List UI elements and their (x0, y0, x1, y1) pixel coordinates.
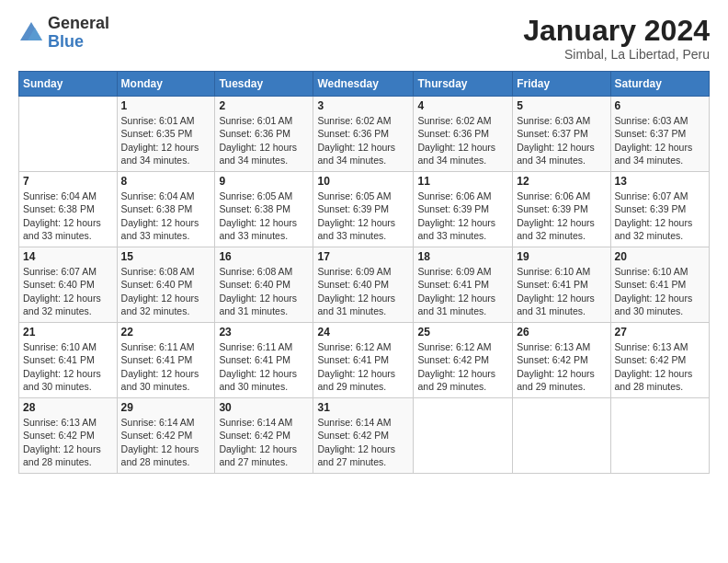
cell-detail: Sunrise: 6:13 AM Sunset: 6:42 PM Dayligh… (517, 340, 606, 393)
day-number: 17 (317, 250, 409, 263)
day-number: 29 (121, 401, 211, 414)
logo-blue: Blue (48, 33, 109, 52)
cell-detail: Sunrise: 6:13 AM Sunset: 6:42 PM Dayligh… (615, 340, 705, 393)
list-item: 8Sunrise: 6:04 AM Sunset: 6:38 PM Daylig… (117, 172, 215, 247)
list-item: 19Sunrise: 6:10 AM Sunset: 6:41 PM Dayli… (513, 247, 610, 323)
list-item: 22Sunrise: 6:11 AM Sunset: 6:41 PM Dayli… (117, 323, 215, 398)
list-item (610, 398, 709, 474)
day-number: 23 (219, 326, 309, 339)
cell-detail: Sunrise: 6:14 AM Sunset: 6:42 PM Dayligh… (219, 416, 309, 468)
day-number: 28 (23, 401, 113, 414)
day-number: 15 (121, 250, 211, 263)
day-number: 18 (417, 250, 508, 263)
cell-detail: Sunrise: 6:12 AM Sunset: 6:42 PM Dayligh… (417, 340, 508, 393)
header-row: Sunday Monday Tuesday Wednesday Thursday… (19, 72, 710, 97)
list-item: 7Sunrise: 6:04 AM Sunset: 6:38 PM Daylig… (19, 172, 118, 247)
list-item: 12Sunrise: 6:06 AM Sunset: 6:39 PM Dayli… (513, 172, 610, 247)
day-number: 4 (417, 99, 508, 112)
cell-detail: Sunrise: 6:03 AM Sunset: 6:37 PM Dayligh… (615, 114, 705, 167)
cell-detail: Sunrise: 6:09 AM Sunset: 6:40 PM Dayligh… (317, 265, 409, 317)
col-wednesday: Wednesday (313, 72, 414, 97)
logo-text: General Blue (48, 15, 109, 52)
col-monday: Monday (117, 72, 215, 97)
list-item: 30Sunrise: 6:14 AM Sunset: 6:42 PM Dayli… (215, 398, 313, 474)
col-friday: Friday (513, 72, 610, 97)
list-item: 17Sunrise: 6:09 AM Sunset: 6:40 PM Dayli… (313, 247, 414, 323)
list-item: 11Sunrise: 6:06 AM Sunset: 6:39 PM Dayli… (414, 172, 513, 247)
list-item: 18Sunrise: 6:09 AM Sunset: 6:41 PM Dayli… (414, 247, 513, 323)
list-item: 15Sunrise: 6:08 AM Sunset: 6:40 PM Dayli… (117, 247, 215, 323)
logo-icon (18, 20, 44, 46)
table-row: 7Sunrise: 6:04 AM Sunset: 6:38 PM Daylig… (19, 172, 710, 247)
day-number: 22 (121, 326, 211, 339)
list-item: 13Sunrise: 6:07 AM Sunset: 6:39 PM Dayli… (610, 172, 709, 247)
cell-detail: Sunrise: 6:14 AM Sunset: 6:42 PM Dayligh… (121, 416, 211, 468)
day-number: 14 (23, 250, 113, 263)
day-number: 7 (23, 175, 113, 188)
table-row: 28Sunrise: 6:13 AM Sunset: 6:42 PM Dayli… (19, 398, 710, 474)
day-number: 24 (317, 326, 409, 339)
list-item: 27Sunrise: 6:13 AM Sunset: 6:42 PM Dayli… (610, 323, 709, 398)
list-item (513, 398, 610, 474)
day-number: 5 (517, 99, 606, 112)
cell-detail: Sunrise: 6:09 AM Sunset: 6:41 PM Dayligh… (417, 265, 508, 317)
cell-detail: Sunrise: 6:11 AM Sunset: 6:41 PM Dayligh… (121, 340, 211, 393)
day-number: 1 (121, 99, 211, 112)
day-number: 25 (417, 326, 508, 339)
cell-detail: Sunrise: 6:04 AM Sunset: 6:38 PM Dayligh… (121, 190, 211, 242)
day-number: 31 (317, 401, 409, 414)
day-number: 21 (23, 326, 113, 339)
list-item: 26Sunrise: 6:13 AM Sunset: 6:42 PM Dayli… (513, 323, 610, 398)
title-area: January 2024 Simbal, La Libertad, Peru (523, 15, 710, 62)
day-number: 2 (219, 99, 309, 112)
cell-detail: Sunrise: 6:08 AM Sunset: 6:40 PM Dayligh… (219, 265, 309, 317)
cell-detail: Sunrise: 6:07 AM Sunset: 6:39 PM Dayligh… (615, 190, 705, 242)
list-item: 25Sunrise: 6:12 AM Sunset: 6:42 PM Dayli… (414, 323, 513, 398)
list-item: 14Sunrise: 6:07 AM Sunset: 6:40 PM Dayli… (19, 247, 118, 323)
cell-detail: Sunrise: 6:06 AM Sunset: 6:39 PM Dayligh… (417, 190, 508, 242)
logo-general: General (48, 15, 109, 33)
day-number: 6 (615, 99, 705, 112)
list-item: 28Sunrise: 6:13 AM Sunset: 6:42 PM Dayli… (19, 398, 118, 474)
list-item: 4Sunrise: 6:02 AM Sunset: 6:36 PM Daylig… (414, 97, 513, 172)
list-item: 6Sunrise: 6:03 AM Sunset: 6:37 PM Daylig… (610, 97, 709, 172)
calendar-table: Sunday Monday Tuesday Wednesday Thursday… (18, 71, 710, 474)
cell-detail: Sunrise: 6:11 AM Sunset: 6:41 PM Dayligh… (219, 340, 309, 393)
col-tuesday: Tuesday (215, 72, 313, 97)
day-number: 3 (317, 99, 409, 112)
cell-detail: Sunrise: 6:05 AM Sunset: 6:39 PM Dayligh… (317, 190, 409, 242)
list-item: 1Sunrise: 6:01 AM Sunset: 6:35 PM Daylig… (117, 97, 215, 172)
cell-detail: Sunrise: 6:10 AM Sunset: 6:41 PM Dayligh… (23, 340, 113, 393)
table-row: 1Sunrise: 6:01 AM Sunset: 6:35 PM Daylig… (19, 97, 710, 172)
day-number: 9 (219, 175, 309, 188)
cell-detail: Sunrise: 6:14 AM Sunset: 6:42 PM Dayligh… (317, 416, 409, 468)
day-number: 20 (615, 250, 705, 263)
list-item: 10Sunrise: 6:05 AM Sunset: 6:39 PM Dayli… (313, 172, 414, 247)
day-number: 12 (517, 175, 606, 188)
day-number: 11 (417, 175, 508, 188)
cell-detail: Sunrise: 6:06 AM Sunset: 6:39 PM Dayligh… (517, 190, 606, 242)
cell-detail: Sunrise: 6:02 AM Sunset: 6:36 PM Dayligh… (417, 114, 508, 167)
col-saturday: Saturday (610, 72, 709, 97)
cell-detail: Sunrise: 6:13 AM Sunset: 6:42 PM Dayligh… (23, 416, 113, 468)
list-item: 2Sunrise: 6:01 AM Sunset: 6:36 PM Daylig… (215, 97, 313, 172)
calendar-page: General Blue January 2024 Simbal, La Lib… (0, 0, 728, 563)
day-number: 8 (121, 175, 211, 188)
list-item: 20Sunrise: 6:10 AM Sunset: 6:41 PM Dayli… (610, 247, 709, 323)
cell-detail: Sunrise: 6:04 AM Sunset: 6:38 PM Dayligh… (23, 190, 113, 242)
list-item (414, 398, 513, 474)
table-row: 21Sunrise: 6:10 AM Sunset: 6:41 PM Dayli… (19, 323, 710, 398)
list-item: 29Sunrise: 6:14 AM Sunset: 6:42 PM Dayli… (117, 398, 215, 474)
cell-detail: Sunrise: 6:10 AM Sunset: 6:41 PM Dayligh… (517, 265, 606, 317)
list-item: 21Sunrise: 6:10 AM Sunset: 6:41 PM Dayli… (19, 323, 118, 398)
day-number: 27 (615, 326, 705, 339)
cell-detail: Sunrise: 6:02 AM Sunset: 6:36 PM Dayligh… (317, 114, 409, 167)
cell-detail: Sunrise: 6:01 AM Sunset: 6:36 PM Dayligh… (219, 114, 309, 167)
list-item: 5Sunrise: 6:03 AM Sunset: 6:37 PM Daylig… (513, 97, 610, 172)
cell-detail: Sunrise: 6:12 AM Sunset: 6:41 PM Dayligh… (317, 340, 409, 393)
day-number: 30 (219, 401, 309, 414)
header: General Blue January 2024 Simbal, La Lib… (18, 15, 710, 62)
col-thursday: Thursday (414, 72, 513, 97)
month-title: January 2024 (523, 15, 710, 47)
cell-detail: Sunrise: 6:08 AM Sunset: 6:40 PM Dayligh… (121, 265, 211, 317)
